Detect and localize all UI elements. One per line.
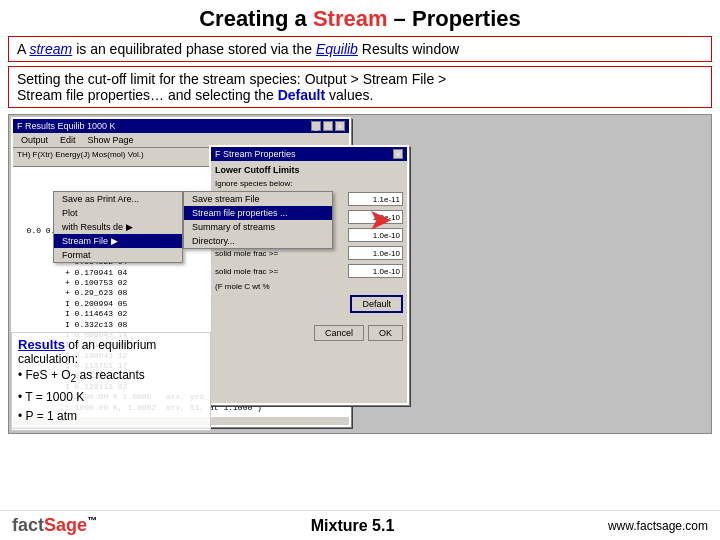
- results-section: Results of an equilibrium calculation: •…: [11, 332, 211, 431]
- sm-summary[interactable]: Summary of streams: [184, 220, 332, 234]
- menu-output[interactable]: Output: [15, 134, 54, 146]
- stream-props-btns: ×: [393, 149, 403, 159]
- default-button[interactable]: Default: [350, 295, 403, 313]
- logo-tm: ™: [87, 515, 97, 526]
- dm-plot[interactable]: Plot: [54, 206, 182, 220]
- dm-streamfile[interactable]: Stream File ▶: [54, 234, 182, 248]
- results-title: Results: [18, 337, 65, 352]
- sm-stream-props[interactable]: Stream file properties ...: [184, 206, 332, 220]
- logo-fact: fact: [12, 515, 44, 535]
- prop-input-1[interactable]: [348, 192, 403, 206]
- desc1-middle: is an equilibrated phase stored via the: [72, 41, 316, 57]
- title-stream: Stream: [313, 6, 388, 31]
- ignore-label: Ignore species below:: [215, 179, 403, 188]
- bullet-2: • T = 1000 K: [18, 390, 84, 404]
- bullet-1: • FeS + O2 as reactants: [18, 368, 145, 382]
- close-button[interactable]: ×: [335, 121, 345, 131]
- toolbar-label: TH) F(Xtr) Energy(J) Mos(mol) Vol.): [17, 150, 144, 164]
- maximize-button[interactable]: □: [323, 121, 333, 131]
- prop-input-5[interactable]: [348, 264, 403, 278]
- menu-edit[interactable]: Edit: [54, 134, 82, 146]
- dm-format[interactable]: Format: [54, 248, 182, 262]
- desc2-after: values.: [325, 87, 373, 103]
- stream-close-btn[interactable]: ×: [393, 149, 403, 159]
- description-box-1: A stream is an equilibrated phase stored…: [8, 36, 712, 62]
- prop-row-5: solid mole frac >=: [215, 264, 403, 278]
- minimize-button[interactable]: _: [311, 121, 321, 131]
- prop-label-5: solid mole frac >=: [215, 267, 348, 276]
- footer-title: Mixture 5.1: [311, 517, 395, 535]
- stream-props-title: F Stream Properties: [215, 149, 296, 159]
- stream-props-titlebar: F Stream Properties ×: [211, 147, 407, 161]
- c-row-label: (F mole C wt %: [215, 282, 403, 291]
- bullet-3: • P = 1 atm: [18, 409, 77, 423]
- footer-url: www.factsage.com: [608, 519, 708, 533]
- dm-save[interactable]: Save as Print Are...: [54, 192, 182, 206]
- titlebar-buttons: _ □ ×: [311, 121, 345, 131]
- ok-button[interactable]: OK: [368, 325, 403, 341]
- logo-sage: Sage: [44, 515, 87, 535]
- desc2-line1: Setting the cut-off limit for the stream…: [17, 71, 446, 87]
- cancel-button[interactable]: Cancel: [314, 325, 364, 341]
- title-before: Creating a: [199, 6, 313, 31]
- sm-save-stream[interactable]: Save stream File: [184, 192, 332, 206]
- page-title: Creating a Stream – Properties: [0, 0, 720, 36]
- prop-input-4[interactable]: [348, 246, 403, 260]
- f-results-title: F Results Equilib 1000 K: [17, 121, 116, 131]
- f-stream-properties-window: F Stream Properties × Lower Cutoff Limit…: [209, 145, 409, 405]
- desc1-equilib: Equilib: [316, 41, 358, 57]
- sm-directory[interactable]: Directory...: [184, 234, 332, 248]
- stream-win-action-btns: Cancel OK: [211, 321, 407, 345]
- desc1-stream: stream: [29, 41, 72, 57]
- description-box-2: Setting the cut-off limit for the stream…: [8, 66, 712, 108]
- footer: factSage™ Mixture 5.1 www.factsage.com: [0, 510, 720, 540]
- factsage-logo: factSage™: [12, 515, 97, 536]
- desc2-default: Default: [278, 87, 325, 103]
- desc2-line2: Stream file properties… and selecting th…: [17, 87, 278, 103]
- title-after: – Properties: [388, 6, 521, 31]
- dm-results[interactable]: with Results de ▶: [54, 220, 182, 234]
- screenshot-panel: F Results Equilib 1000 K _ □ × Output Ed…: [8, 114, 712, 434]
- red-arrow-indicator: ➤: [369, 205, 719, 236]
- output-dropdown: Save as Print Are... Plot with Results d…: [53, 191, 183, 263]
- lower-cutoff-title: Lower Cutoff Limits: [215, 165, 403, 175]
- desc1-before: A: [17, 41, 29, 57]
- desc1-after: Results window: [358, 41, 459, 57]
- menu-showpage[interactable]: Show Page: [82, 134, 140, 146]
- f-results-titlebar: F Results Equilib 1000 K _ □ ×: [13, 119, 349, 133]
- stream-file-submenu: Save stream File Stream file properties …: [183, 191, 333, 249]
- prop-label-4: solid mole frac >=: [215, 249, 348, 258]
- page-wrapper: Creating a Stream – Properties A stream …: [0, 0, 720, 540]
- main-content: F Results Equilib 1000 K _ □ × Output Ed…: [8, 114, 712, 510]
